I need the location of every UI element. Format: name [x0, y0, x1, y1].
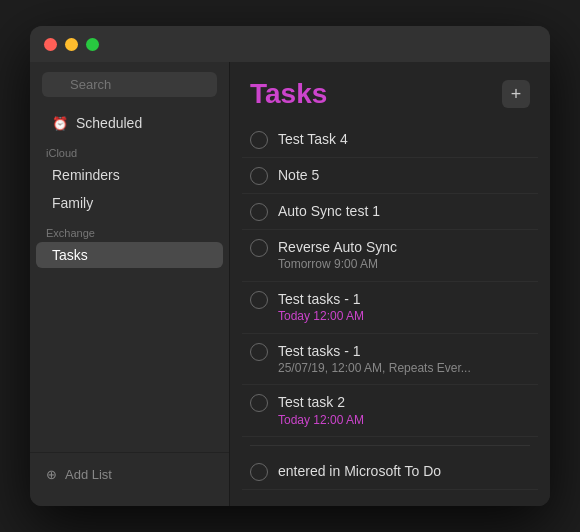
sidebar-item-reminders[interactable]: Reminders: [36, 162, 223, 188]
minimize-button[interactable]: [65, 38, 78, 51]
task-text-8: entered in Microsoft To Do: [278, 462, 530, 480]
task-radio-1[interactable]: [250, 131, 268, 149]
search-container: ⌕: [30, 72, 229, 109]
task-item-8[interactable]: entered in Microsoft To Do: [242, 454, 538, 490]
task-title-5: Test tasks - 1: [278, 290, 530, 308]
task-item-2[interactable]: Note 5: [242, 158, 538, 194]
search-wrapper: ⌕: [42, 72, 217, 97]
task-subtitle-5: Today 12:00 AM: [278, 309, 530, 325]
task-text-2: Note 5: [278, 166, 530, 184]
task-text-6: Test tasks - 1 25/07/19, 12:00 AM, Repea…: [278, 342, 530, 377]
sidebar-footer: ⊕ Add List: [30, 452, 229, 496]
task-list: Test Task 4 Note 5 Auto Sync test 1: [230, 122, 550, 506]
main-panel: Tasks + Test Task 4 Note 5: [230, 62, 550, 506]
task-title-2: Note 5: [278, 166, 530, 184]
task-title-3: Auto Sync test 1: [278, 202, 530, 220]
task-title-1: Test Task 4: [278, 130, 530, 148]
task-radio-8[interactable]: [250, 463, 268, 481]
add-task-button[interactable]: +: [502, 80, 530, 108]
maximize-button[interactable]: [86, 38, 99, 51]
task-radio-5[interactable]: [250, 291, 268, 309]
add-list-icon: ⊕: [46, 467, 57, 482]
task-item-7[interactable]: Test task 2 Today 12:00 AM: [242, 385, 538, 437]
tasks-label: Tasks: [52, 247, 88, 263]
sidebar: ⌕ ⏰ Scheduled iCloud Reminders Family Ex…: [30, 62, 230, 506]
task-text-7: Test task 2 Today 12:00 AM: [278, 393, 530, 428]
task-radio-2[interactable]: [250, 167, 268, 185]
icloud-section-label: iCloud: [30, 143, 229, 161]
task-separator: [250, 445, 530, 446]
task-subtitle-7: Today 12:00 AM: [278, 413, 530, 429]
task-text-4: Reverse Auto Sync Tomorrow 9:00 AM: [278, 238, 530, 273]
task-title-7: Test task 2: [278, 393, 530, 411]
task-subtitle-6: 25/07/19, 12:00 AM, Repeats Ever...: [278, 361, 530, 377]
exchange-section-label: Exchange: [30, 223, 229, 241]
task-radio-6[interactable]: [250, 343, 268, 361]
task-subtitle-4: Tomorrow 9:00 AM: [278, 257, 530, 273]
close-button[interactable]: [44, 38, 57, 51]
add-list-label: Add List: [65, 467, 112, 482]
task-radio-3[interactable]: [250, 203, 268, 221]
sidebar-item-scheduled[interactable]: ⏰ Scheduled: [36, 110, 223, 136]
scheduled-label: Scheduled: [76, 115, 142, 131]
task-radio-7[interactable]: [250, 394, 268, 412]
app-window: ⌕ ⏰ Scheduled iCloud Reminders Family Ex…: [30, 26, 550, 506]
page-title: Tasks: [250, 78, 327, 110]
sidebar-item-tasks[interactable]: Tasks: [36, 242, 223, 268]
task-item-1[interactable]: Test Task 4: [242, 122, 538, 158]
task-item-5[interactable]: Test tasks - 1 Today 12:00 AM: [242, 282, 538, 334]
task-title-8: entered in Microsoft To Do: [278, 462, 530, 480]
task-radio-4[interactable]: [250, 239, 268, 257]
add-list-button[interactable]: ⊕ Add List: [42, 463, 217, 486]
task-title-6: Test tasks - 1: [278, 342, 530, 360]
task-item-6[interactable]: Test tasks - 1 25/07/19, 12:00 AM, Repea…: [242, 334, 538, 386]
task-text-3: Auto Sync test 1: [278, 202, 530, 220]
task-item-3[interactable]: Auto Sync test 1: [242, 194, 538, 230]
reminders-label: Reminders: [52, 167, 120, 183]
search-input[interactable]: [42, 72, 217, 97]
family-label: Family: [52, 195, 93, 211]
task-text-5: Test tasks - 1 Today 12:00 AM: [278, 290, 530, 325]
task-item-4[interactable]: Reverse Auto Sync Tomorrow 9:00 AM: [242, 230, 538, 282]
main-header: Tasks +: [230, 62, 550, 122]
title-bar: [30, 26, 550, 62]
task-title-4: Reverse Auto Sync: [278, 238, 530, 256]
task-text-1: Test Task 4: [278, 130, 530, 148]
content-area: ⌕ ⏰ Scheduled iCloud Reminders Family Ex…: [30, 62, 550, 506]
sidebar-item-family[interactable]: Family: [36, 190, 223, 216]
scheduled-icon: ⏰: [52, 116, 68, 131]
